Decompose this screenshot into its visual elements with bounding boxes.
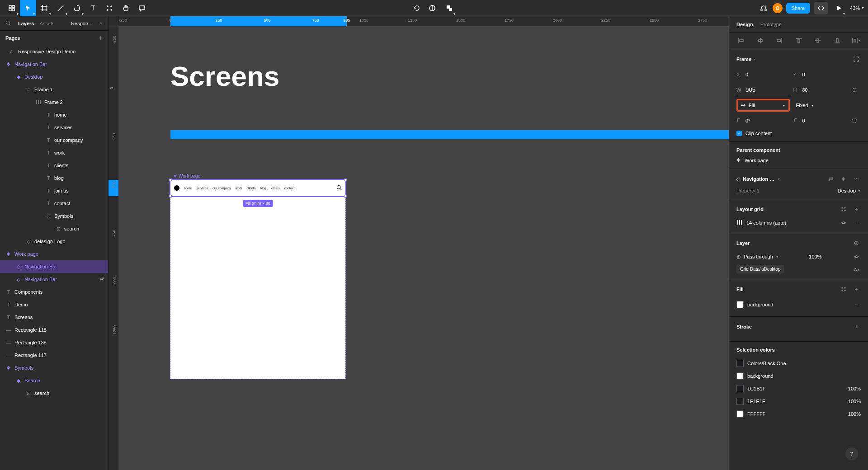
layer-settings-icon[interactable] [852, 239, 861, 248]
color-swatch[interactable] [736, 372, 744, 380]
clip-content-checkbox[interactable]: ✓ [736, 131, 742, 136]
detach-icon[interactable] [852, 265, 861, 274]
link-dimensions-icon[interactable] [850, 85, 859, 94]
tab-prototype[interactable]: Prototype [760, 22, 782, 27]
parent-component-name[interactable]: Work page [745, 158, 769, 163]
frame-tool-button[interactable]: ▼ [36, 0, 52, 16]
blend-mode-dropdown[interactable]: Pass through [744, 254, 773, 259]
layer-frame2[interactable]: Frame 2 [0, 96, 108, 108]
screens-title[interactable]: Screens [170, 60, 279, 92]
rotation-value[interactable]: 0° [745, 118, 750, 123]
tab-design[interactable]: Design [736, 22, 753, 27]
canvas[interactable]: 905 -250 0 250 500 750 1000 1250 1500 17… [108, 16, 729, 470]
layer-symbols-set[interactable]: ❖Symbols [0, 362, 108, 374]
instance-name[interactable]: Navigation … [743, 176, 774, 182]
layer-text-services[interactable]: Tservices [0, 121, 108, 134]
grid-description[interactable]: 14 columns (auto) [746, 220, 786, 226]
layer-delasign-logo[interactable]: ◇delasign Logo [0, 235, 108, 248]
contrast-icon[interactable] [427, 0, 438, 16]
selection-handle[interactable] [169, 195, 172, 197]
layer-search-comp[interactable]: ◆Search [0, 374, 108, 387]
horizontal-resize-dropdown[interactable]: Fill▼ [736, 99, 790, 112]
y-value[interactable]: 0 [802, 72, 805, 77]
selection-handle[interactable] [169, 179, 172, 181]
navigation-bar-instance[interactable]: home services our company work clients b… [170, 180, 345, 196]
height-value[interactable]: 80 [802, 87, 808, 93]
canvas-viewport[interactable]: Screens ❖Work page home services our com… [118, 26, 729, 470]
grid-style-icon[interactable] [839, 205, 848, 214]
frame-section-title[interactable]: Frame [736, 56, 751, 62]
color-swatch[interactable] [736, 385, 744, 392]
layer-work-page[interactable]: ❖Work page [0, 248, 108, 260]
fill-name[interactable]: background [747, 302, 774, 307]
page-item[interactable]: Responsive Design Demo [0, 45, 108, 58]
hand-tool-button[interactable] [118, 0, 134, 16]
history-icon[interactable] [411, 0, 422, 16]
color-name[interactable]: Colors/Black One [747, 361, 786, 366]
grid-data-pill[interactable]: Grid Data/isDesktop [736, 265, 784, 273]
corner-value[interactable]: 0 [802, 118, 805, 123]
layer-frame1[interactable]: #Frame 1 [0, 83, 108, 96]
visibility-icon[interactable] [852, 252, 861, 261]
property1-dropdown[interactable]: Desktop▼ [838, 188, 861, 193]
share-button[interactable]: Share [786, 3, 810, 14]
x-value[interactable]: 0 [745, 72, 748, 77]
avatar[interactable]: O [773, 3, 783, 13]
align-top-icon[interactable] [794, 36, 803, 45]
color-swatch[interactable] [736, 410, 744, 418]
more-icon[interactable]: ⋯ [852, 174, 861, 183]
layer-nav-bar-2[interactable]: ◇Navigation Bar [0, 273, 108, 286]
opacity-value[interactable]: 100% [809, 254, 821, 259]
fill-style-icon[interactable] [839, 285, 848, 294]
color-hex[interactable]: FFFFFF [747, 411, 765, 417]
hidden-icon[interactable] [99, 276, 104, 282]
add-stroke-icon[interactable]: + [852, 322, 861, 331]
layer-components[interactable]: TComponents [0, 286, 108, 298]
layer-text-blog[interactable]: Tblog [0, 172, 108, 184]
add-grid-icon[interactable]: + [852, 205, 861, 214]
layer-nav-bar-selected[interactable]: ◇Navigation Bar [0, 260, 108, 273]
main-menu-button[interactable]: ▼ [4, 0, 20, 16]
add-page-button[interactable]: + [99, 34, 103, 42]
frame-label[interactable]: ❖Work page [173, 174, 200, 179]
color-opacity[interactable]: 100% [848, 386, 861, 391]
multiplayer-tools-button[interactable]: ▼ [442, 0, 457, 16]
fill-swatch[interactable] [736, 301, 744, 308]
layer-desktop[interactable]: ◆Desktop [0, 70, 108, 83]
selection-handle[interactable] [344, 179, 347, 181]
add-fill-icon[interactable]: + [852, 285, 861, 294]
layer-text-contact[interactable]: Tcontact [0, 197, 108, 210]
layer-text-work[interactable]: Twork [0, 146, 108, 159]
layer-text-home[interactable]: Thome [0, 108, 108, 121]
text-tool-button[interactable] [85, 0, 101, 16]
layer-rect138[interactable]: —Rectangle 138 [0, 336, 108, 349]
color-swatch[interactable] [736, 398, 744, 405]
layer-text-ourcompany[interactable]: Tour company [0, 134, 108, 146]
goto-main-icon[interactable]: ❖ [839, 174, 848, 183]
comment-tool-button[interactable] [134, 0, 150, 16]
work-page-frame[interactable]: home services our company work clients b… [170, 180, 345, 379]
layer-screens[interactable]: TScreens [0, 311, 108, 324]
layer-rect117[interactable]: —Rectangle 117 [0, 349, 108, 362]
vertical-resize-dropdown[interactable]: Fixed▼ [793, 99, 847, 112]
present-button[interactable]: ▼ [832, 0, 846, 16]
distribute-icon[interactable]: ▼ [852, 36, 861, 45]
search-icon[interactable] [5, 20, 11, 27]
pen-tool-button[interactable]: ▼ [52, 0, 69, 16]
color-name[interactable]: background [747, 373, 774, 379]
layer-navigation-bar[interactable]: ❖Navigation Bar [0, 58, 108, 70]
help-button[interactable]: ? [845, 447, 858, 460]
layer-text-clients[interactable]: Tclients [0, 159, 108, 172]
selection-handle[interactable] [344, 195, 347, 197]
independent-corners-icon[interactable] [850, 116, 859, 125]
resources-button[interactable] [101, 0, 118, 16]
headphones-icon[interactable] [758, 0, 769, 16]
swap-instance-icon[interactable] [826, 174, 835, 183]
align-vcenter-icon[interactable] [813, 36, 822, 45]
resize-fit-icon[interactable] [852, 55, 861, 64]
move-tool-button[interactable]: ▼ [20, 0, 36, 16]
layer-demo[interactable]: TDemo [0, 298, 108, 311]
color-hex[interactable]: 1C1B1F [747, 386, 765, 391]
color-opacity[interactable]: 100% [848, 399, 861, 404]
layer-search-group[interactable]: ⊡search [0, 387, 108, 400]
